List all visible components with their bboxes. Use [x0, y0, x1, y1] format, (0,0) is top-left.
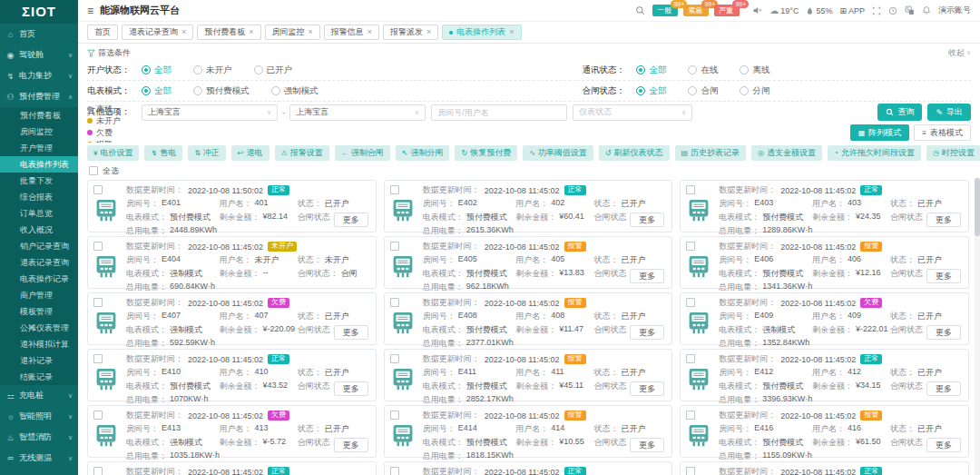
tab-alarm-dispatch[interactable]: 报警派发×	[383, 25, 438, 40]
tab-close-icon[interactable]: ×	[309, 28, 313, 36]
app-download[interactable]: ⊞ APP	[839, 6, 865, 15]
tab-close-icon[interactable]: ×	[368, 28, 372, 36]
card-checkbox[interactable]	[93, 242, 103, 251]
meter-status-select[interactable]: 仪表状态∨	[573, 104, 692, 121]
price-setting-button[interactable]: ¥电价设置	[87, 145, 139, 161]
power-threshold-button[interactable]: ∿功率阈值设置	[523, 145, 593, 161]
more-button[interactable]: 更多	[926, 269, 961, 283]
history-reading-button[interactable]: ▤历史抄表记录	[675, 145, 747, 161]
alarm-setting-button[interactable]: ⚠报警设置	[275, 145, 329, 161]
scrollbar-track[interactable]	[975, 178, 980, 475]
restore-prepaid-button[interactable]: ↻恢复预付费	[455, 145, 517, 161]
merchant-select[interactable]: 上海宝言∨	[142, 104, 278, 121]
select-all-checkbox[interactable]	[89, 166, 98, 175]
sidebar-item-batch-dispatch[interactable]: 批量下发	[0, 173, 78, 189]
force-open-button[interactable]: ↖强制分闸	[396, 145, 450, 161]
sidebar-item-wireless-temperature[interactable]: ♒无线测温∨	[0, 448, 78, 469]
card-checkbox[interactable]	[390, 298, 399, 307]
collapse-link[interactable]: 收起∨	[948, 47, 971, 59]
account-status-option[interactable]: 全部	[142, 64, 172, 76]
grid-mode-button[interactable]: ▦阵列模式	[850, 124, 910, 141]
clock-icon[interactable]	[888, 6, 897, 15]
sidebar-item-merchant-management[interactable]: 商户管理	[0, 287, 78, 303]
more-button[interactable]: 更多	[630, 381, 664, 396]
sell-power-button[interactable]: ↯售电	[144, 145, 182, 161]
tab-room-monitor[interactable]: 房间监控×	[265, 25, 320, 40]
switch-status-option[interactable]: 分闸	[740, 85, 769, 97]
tab-close-icon[interactable]: ×	[249, 28, 253, 36]
switch-status-option[interactable]: 合闸	[688, 85, 718, 97]
scrollbar-thumb[interactable]	[975, 178, 980, 236]
sidebar-item-smart-lighting[interactable]: ☼智能照明∨	[0, 406, 78, 427]
sidebar-item-prepaid-board[interactable]: 预付费看板	[0, 107, 78, 124]
time-control-button[interactable]: ◷时控设置	[926, 145, 980, 161]
sidebar-item-refund-records[interactable]: 退补记录	[0, 352, 78, 369]
card-checkbox[interactable]	[93, 467, 103, 475]
sidebar-item-settlement-records[interactable]: 结账记录	[0, 369, 78, 385]
menu-toggle-icon[interactable]: ≡	[87, 5, 93, 17]
refresh-meter-status-button[interactable]: ↺刷新仪表状态	[599, 145, 670, 161]
search-icon[interactable]	[635, 5, 645, 15]
tab-prepaid-board[interactable]: 预付费看板×	[197, 25, 260, 40]
more-button[interactable]: 更多	[334, 325, 368, 340]
card-checkbox[interactable]	[686, 298, 695, 307]
comm-status-option[interactable]: 全部	[636, 64, 666, 76]
sidebar-item-comprehensive-report[interactable]: 综合报表	[0, 189, 78, 205]
more-button[interactable]: 更多	[334, 381, 368, 396]
card-checkbox[interactable]	[686, 411, 695, 420]
card-checkbox[interactable]	[390, 242, 399, 251]
card-checkbox[interactable]	[686, 354, 695, 363]
sidebar-item-meter-operation-records[interactable]: 电表操作记录	[0, 271, 78, 287]
account-status-option[interactable]: 未开户	[193, 64, 232, 76]
card-checkbox[interactable]	[93, 354, 103, 363]
more-button[interactable]: 更多	[926, 213, 961, 227]
tab-alarm-info[interactable]: 报警信息×	[324, 25, 379, 40]
more-button[interactable]: 更多	[630, 213, 664, 227]
sidebar-item-template-management[interactable]: 模板管理	[0, 303, 78, 320]
sidebar-item-account-opening[interactable]: 开户管理	[0, 140, 78, 156]
export-button[interactable]: ✎ 导出	[927, 104, 971, 121]
more-button[interactable]: 更多	[334, 213, 368, 227]
bell-icon[interactable]	[922, 5, 931, 15]
alert-urgent[interactable]: 紧急99+	[683, 5, 709, 16]
tab-close-icon[interactable]: ×	[509, 28, 514, 36]
tab-return-query[interactable]: 退表记录查询×	[122, 25, 193, 40]
force-close-button[interactable]: ←强制合闸	[335, 145, 390, 161]
meter-mode-option[interactable]: 预付费模式	[193, 85, 250, 97]
card-checkbox[interactable]	[390, 467, 399, 475]
alert-general[interactable]: 一般99+	[652, 5, 678, 16]
sidebar-item-smart-fire[interactable]: ♨智慧消防∨	[0, 427, 78, 448]
card-checkbox[interactable]	[390, 185, 399, 194]
tab-meter-operation[interactable]: 电表操作列表×	[442, 25, 521, 40]
fullscreen-icon[interactable]	[872, 6, 881, 15]
more-button[interactable]: 更多	[926, 438, 961, 452]
alert-critical[interactable]: 严重99+	[714, 5, 740, 16]
tab-home[interactable]: 首页	[87, 25, 118, 40]
more-button[interactable]: 更多	[926, 381, 961, 396]
tab-close-icon[interactable]: ×	[181, 28, 186, 36]
sidebar-item-meter-return-records[interactable]: 退表记录查询	[0, 254, 78, 271]
card-checkbox[interactable]	[390, 354, 399, 363]
switch-status-option[interactable]: 全部	[636, 85, 666, 97]
more-button[interactable]: 更多	[630, 325, 664, 340]
sidebar-item-charging-pile[interactable]: ⚍充电桩∨	[0, 385, 78, 406]
card-checkbox[interactable]	[686, 242, 695, 251]
sidebar-item-shared-meter-management[interactable]: 公摊仪表管理	[0, 320, 78, 336]
account-name[interactable]: 演示账号	[938, 5, 971, 16]
overdraft-amount-button[interactable]: ◎透支金额设置	[751, 145, 822, 161]
room-user-input[interactable]	[431, 104, 567, 121]
sidebar-item-cockpit[interactable]: ◉驾驶舱∨	[0, 45, 78, 65]
sidebar-item-account-cancel-records[interactable]: 销户记录查询	[0, 238, 78, 254]
tab-close-icon[interactable]: ×	[426, 28, 431, 36]
sidebar-item-power-collection[interactable]: ↯电力集抄∨	[0, 65, 78, 86]
sidebar-item-meter-operation-list[interactable]: 电表操作列表	[0, 156, 78, 173]
card-checkbox[interactable]	[686, 467, 695, 475]
account-status-option[interactable]: 已开户	[254, 64, 293, 76]
more-button[interactable]: 更多	[926, 325, 961, 340]
table-mode-button[interactable]: ≡表格模式	[914, 124, 971, 141]
card-checkbox[interactable]	[686, 185, 695, 194]
card-checkbox[interactable]	[93, 411, 103, 420]
sidebar-item-home[interactable]: ⌂首页	[0, 24, 78, 45]
card-checkbox[interactable]	[93, 298, 103, 307]
reversal-button[interactable]: ⇅冲正	[188, 145, 226, 161]
